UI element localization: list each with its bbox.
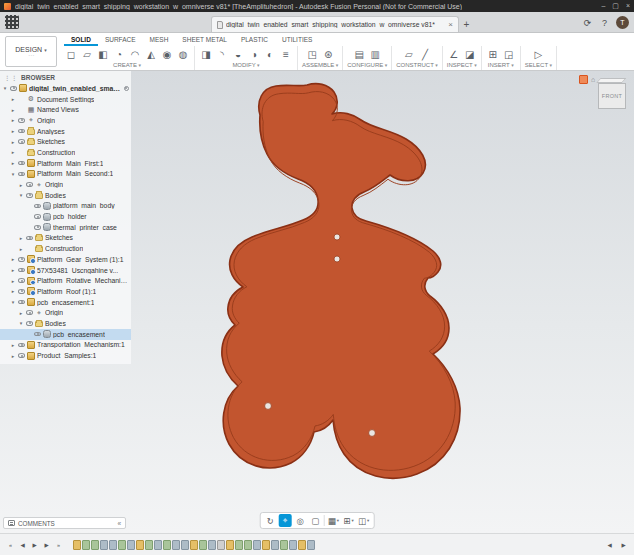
timeline-feature-component-icon[interactable] <box>73 540 81 550</box>
home-icon[interactable]: ⌂ <box>591 76 595 83</box>
tree-item-analyses[interactable]: ▸Analyses <box>0 126 131 137</box>
tree-collapsed-arrow-icon[interactable]: ▸ <box>10 278 16 284</box>
ribbon-tab-sheet-metal[interactable]: SHEET METAL <box>175 33 234 46</box>
timeline-feature-extrude-icon[interactable] <box>208 540 216 550</box>
visibility-eye-icon[interactable] <box>18 129 25 134</box>
visibility-eye-icon[interactable] <box>26 182 33 187</box>
tree-collapsed-arrow-icon[interactable]: ▸ <box>10 160 16 166</box>
visibility-eye-icon[interactable] <box>26 236 33 241</box>
tree-item-transportation-mechanism-1[interactable]: ▸Transportation_Mechanism:1 <box>0 340 131 351</box>
visibility-eye-icon[interactable] <box>18 289 25 294</box>
tree-item-origin[interactable]: ▸⌖Origin <box>0 307 131 318</box>
tab-close-icon[interactable]: × <box>448 20 453 29</box>
tree-item-57x53481-uscngahine-v[interactable]: ▸57X53481_Uscngahine v... <box>0 265 131 276</box>
viewcube-front-face[interactable]: FRONT <box>598 83 626 109</box>
tree-item-sketches[interactable]: ▸Sketches <box>0 136 131 147</box>
play-button[interactable]: ▶ <box>29 539 40 551</box>
ribbon-tab-solid[interactable]: SOLID <box>64 33 98 46</box>
tree-expanded-arrow-icon[interactable]: ▾ <box>2 85 8 91</box>
timeline-feature-extrude-icon[interactable] <box>100 540 108 550</box>
data-panel-toggle-icon[interactable] <box>5 15 19 29</box>
visibility-eye-icon[interactable] <box>18 118 25 123</box>
timeline-feature-sketch-icon[interactable] <box>145 540 153 550</box>
visibility-eye-icon[interactable] <box>18 353 25 358</box>
maximize-button[interactable]: ▢ <box>612 2 619 10</box>
help-icon[interactable]: ? <box>599 18 610 28</box>
construct-axis-tool-button[interactable]: ╱ <box>418 47 432 61</box>
select-tool-button[interactable]: ▷ <box>531 47 545 61</box>
tree-collapsed-arrow-icon[interactable]: ▸ <box>10 288 16 294</box>
tree-item-sketches[interactable]: ▸Sketches <box>0 233 131 244</box>
tree-collapsed-arrow-icon[interactable]: ▸ <box>10 149 16 155</box>
new-tab-button[interactable]: + <box>459 16 474 32</box>
shell-tool-button[interactable]: ◒ <box>231 47 245 61</box>
model-body-shape[interactable] <box>222 84 460 479</box>
visibility-eye-icon[interactable] <box>34 225 41 230</box>
visibility-eye-icon[interactable] <box>18 278 25 283</box>
timeline-feature-component-icon[interactable] <box>298 540 306 550</box>
new-component-tool-button[interactable]: ◻ <box>64 47 78 61</box>
timeline-feature-extrude-icon[interactable] <box>109 540 117 550</box>
modify-group-label[interactable]: MODIFY <box>199 62 293 70</box>
timeline-feature-extrude-icon[interactable] <box>181 540 189 550</box>
tree-item-pcb-encasement-1[interactable]: ▾pcb_encasement:1 <box>0 297 131 308</box>
inspect-group-label[interactable]: INSPECT <box>447 62 477 70</box>
tree-item-construction[interactable]: ▸Construction <box>0 243 131 254</box>
timeline-feature-extrude-icon[interactable] <box>253 540 261 550</box>
tree-expanded-arrow-icon[interactable]: ▾ <box>18 320 24 326</box>
tree-collapsed-arrow-icon[interactable]: ▸ <box>10 342 16 348</box>
revolve-tool-button[interactable]: ◔ <box>112 47 126 61</box>
section-analysis-tool-button[interactable]: ◪ <box>463 47 477 61</box>
tree-item-platform-gear-system-1-1[interactable]: ▸Platform_Gear_System (1):1 <box>0 254 131 265</box>
tree-item-platform-main-second-1[interactable]: ▾Platform_Main_Second:1 <box>0 169 131 180</box>
tree-collapsed-arrow-icon[interactable]: ▸ <box>10 96 16 102</box>
tree-collapsed-arrow-icon[interactable]: ▸ <box>18 246 24 252</box>
visibility-eye-icon[interactable] <box>26 310 33 315</box>
create-sketch-tool-button[interactable]: ▱ <box>80 47 94 61</box>
tree-collapsed-arrow-icon[interactable]: ▸ <box>18 235 24 241</box>
visibility-eye-icon[interactable] <box>34 332 41 337</box>
visibility-eye-icon[interactable] <box>18 139 25 144</box>
tree-item-platform-main-first-1[interactable]: ▸Platform_Main_First:1 <box>0 158 131 169</box>
pan-button[interactable]: ⌖ <box>279 514 292 527</box>
close-button[interactable]: × <box>626 2 630 10</box>
timeline-feature-sketch-icon[interactable] <box>244 540 252 550</box>
timeline-feature-sketch-icon[interactable] <box>280 540 288 550</box>
tree-collapsed-arrow-icon[interactable]: ▸ <box>18 182 24 188</box>
configure-group-label[interactable]: CONFIGURE <box>347 62 387 70</box>
tree-item-digital-twin-enabled-smart-s[interactable]: ▾digital_twin_enabled_smart_s... <box>0 83 131 94</box>
viewcube[interactable]: ⌂ FRONT <box>581 75 627 117</box>
visibility-eye-icon[interactable] <box>18 343 25 348</box>
timeline-feature-component-icon[interactable] <box>226 540 234 550</box>
timeline-feature-joint-icon[interactable] <box>217 540 225 550</box>
orbit-button[interactable]: ↻ <box>264 514 277 527</box>
go-to-end-button[interactable]: » <box>53 539 64 551</box>
insert-mesh-tool-button[interactable]: ◲ <box>502 47 516 61</box>
tree-collapsed-arrow-icon[interactable]: ▸ <box>10 107 16 113</box>
timeline-scroll-back-button[interactable]: ◀ <box>604 539 615 551</box>
tree-item-named-views[interactable]: ▸▦Named Views <box>0 104 131 115</box>
create-group-label[interactable]: CREATE <box>64 62 190 70</box>
joint-tool-button[interactable]: ⊛ <box>321 47 335 61</box>
ribbon-tab-surface[interactable]: SURFACE <box>98 33 143 46</box>
go-to-beginning-button[interactable]: « <box>5 539 16 551</box>
ribbon-tab-mesh[interactable]: MESH <box>143 33 176 46</box>
timeline-feature-sketch-icon[interactable] <box>199 540 207 550</box>
tree-item-product-samples-1[interactable]: ▸Product_Samples:1 <box>0 350 131 361</box>
visibility-eye-icon[interactable] <box>34 204 41 209</box>
timeline-feature-extrude-icon[interactable] <box>154 540 162 550</box>
display-settings-button[interactable]: ▦▾ <box>327 514 340 527</box>
timeline-feature-component-icon[interactable] <box>190 540 198 550</box>
document-tab[interactable]: digital_twin_enabled_smart_shipping_work… <box>211 16 459 32</box>
tree-item-pcb-encasement[interactable]: pcb_encasement <box>0 329 131 340</box>
job-status-icon[interactable]: ⟳ <box>582 18 593 28</box>
hole-tool-button[interactable]: ◉ <box>160 47 174 61</box>
timeline-feature-extrude-icon[interactable] <box>271 540 279 550</box>
visibility-eye-icon[interactable] <box>18 268 25 273</box>
combine-tool-button[interactable]: ◑ <box>247 47 261 61</box>
timeline-feature-sketch-icon[interactable] <box>118 540 126 550</box>
activate-component-radio[interactable] <box>124 86 130 92</box>
press-pull-tool-button[interactable]: ◨ <box>199 47 213 61</box>
fit-button[interactable]: ▢ <box>309 514 322 527</box>
timeline-feature-extrude-icon[interactable] <box>172 540 180 550</box>
